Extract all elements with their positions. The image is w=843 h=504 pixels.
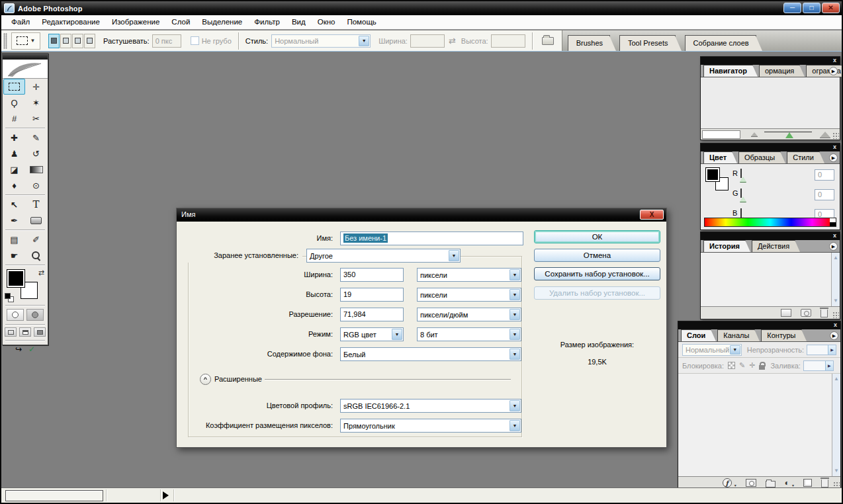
tab-swatches[interactable]: Образцы <box>738 151 781 163</box>
lasso-tool[interactable]: Ϙ <box>3 95 25 110</box>
dialog-close-button[interactable]: X <box>640 210 664 220</box>
color-profile-select[interactable]: sRGB IEC61966-2.1▼ <box>340 399 521 413</box>
new-selection-button[interactable] <box>48 34 60 48</box>
crop-tool[interactable]: # <box>3 110 25 126</box>
brush-tool[interactable]: ✎ <box>25 130 47 146</box>
ok-button[interactable]: ОК <box>534 230 660 243</box>
bit-depth-select[interactable]: 8 бит▼ <box>417 327 521 341</box>
close-icon[interactable]: x <box>833 144 836 150</box>
history-brush-tool[interactable]: ↺ <box>25 146 47 161</box>
delete-layer-button[interactable] <box>821 480 828 487</box>
new-snapshot-button[interactable] <box>801 309 811 317</box>
color-mode-select[interactable]: RGB цвет▼ <box>340 327 404 341</box>
resolution-unit-select[interactable]: пиксели/дюйм▼ <box>417 308 521 321</box>
tab-color[interactable]: Цвет <box>703 151 732 163</box>
menu-view[interactable]: Вид <box>286 15 312 29</box>
tab-info[interactable]: ормация <box>759 65 800 77</box>
red-value-input[interactable]: 0 <box>815 169 834 181</box>
spinner-icon[interactable]: ▶ <box>828 345 836 355</box>
preset-select[interactable]: Другое▼ <box>306 249 461 263</box>
resize-grip[interactable] <box>832 132 839 139</box>
scroll-up-icon[interactable]: ▲ <box>832 375 840 383</box>
lock-transparency-icon[interactable] <box>728 362 735 369</box>
name-input[interactable]: Без имени-1 <box>340 231 523 245</box>
tab-layer-comps[interactable]: Собрание слоев <box>685 35 756 51</box>
tab-tool-presets[interactable]: Tool Presets <box>619 35 676 51</box>
type-tool[interactable]: T <box>25 196 47 212</box>
standard-mode-button[interactable] <box>7 309 24 321</box>
width-unit-select[interactable]: пиксели▼ <box>417 268 521 282</box>
tab-navigator[interactable]: Навигатор <box>703 65 753 77</box>
magic-wand-tool[interactable]: ✶ <box>25 95 47 110</box>
new-document-from-state-button[interactable] <box>781 309 791 317</box>
maximize-button[interactable]: □ <box>803 3 821 13</box>
scrollbar[interactable]: ▲ ▼ <box>832 374 840 476</box>
lock-paint-icon[interactable]: ✎ <box>739 361 745 370</box>
standard-screen-button[interactable] <box>5 327 17 337</box>
panel-menu-icon[interactable]: ▶ <box>829 67 838 75</box>
blend-mode-select[interactable]: Нормальный ▼ <box>682 344 742 356</box>
swap-colors-icon[interactable]: ⇄ <box>38 269 44 277</box>
minimize-button[interactable]: ─ <box>783 3 801 13</box>
layer-style-button[interactable]: ƒ <box>723 478 732 487</box>
tab-styles[interactable]: Стили <box>787 151 820 163</box>
background-contents-select[interactable]: Белый▼ <box>340 347 521 361</box>
height-input[interactable]: 19 <box>340 288 404 302</box>
close-icon[interactable]: x <box>833 57 836 63</box>
foreground-color-swatch[interactable] <box>706 168 719 181</box>
navigator-zoom-slider[interactable] <box>764 130 812 138</box>
zoom-out-icon[interactable] <box>751 132 758 136</box>
lock-position-icon[interactable]: ✛ <box>749 361 755 370</box>
healing-brush-tool[interactable]: ✚ <box>3 130 25 146</box>
blue-slider[interactable] <box>740 209 808 217</box>
shape-tool[interactable] <box>25 212 47 228</box>
spinner-icon[interactable]: ▶ <box>825 361 833 370</box>
menu-edit[interactable]: Редактирование <box>36 15 106 29</box>
green-slider[interactable] <box>740 189 808 197</box>
blur-tool[interactable]: ♦ <box>3 177 25 193</box>
swap-dimensions-icon[interactable]: ⇄ <box>449 36 456 46</box>
zoom-percent-input[interactable] <box>5 490 103 501</box>
current-tool-button[interactable]: ▼ <box>11 32 40 50</box>
zoom-in-icon[interactable] <box>820 132 830 138</box>
tab-history[interactable]: История <box>703 240 746 252</box>
status-arrow-icon[interactable] <box>163 491 169 499</box>
height-input[interactable] <box>491 34 525 48</box>
scroll-down-icon[interactable]: ▼ <box>832 467 840 475</box>
resolution-input[interactable]: 71,984 <box>340 308 404 321</box>
hand-tool[interactable]: ☛ <box>3 247 25 263</box>
menu-select[interactable]: Выделение <box>196 15 248 29</box>
style-select[interactable]: Нормальный ▼ <box>271 34 371 48</box>
zoom-tool[interactable] <box>25 247 47 263</box>
intersect-selection-button[interactable] <box>84 34 95 48</box>
eyedropper-tool[interactable]: ✐ <box>25 231 47 247</box>
red-slider[interactable] <box>740 169 808 177</box>
path-selection-tool[interactable]: ↖ <box>3 196 25 212</box>
clone-stamp-tool[interactable]: ♟ <box>3 146 25 161</box>
dodge-tool[interactable]: ⊙ <box>25 177 47 193</box>
close-icon[interactable]: x <box>834 321 837 328</box>
scrollbar[interactable]: ▲ ▼ <box>831 253 840 306</box>
new-group-button[interactable] <box>766 481 776 487</box>
new-layer-button[interactable] <box>803 479 812 487</box>
lock-all-icon[interactable] <box>759 365 765 370</box>
menu-file[interactable]: Файл <box>5 15 36 29</box>
dialog-title-bar[interactable]: Имя <box>177 208 666 222</box>
antialias-checkbox[interactable] <box>191 36 199 45</box>
color-spectrum-bar[interactable] <box>704 218 836 227</box>
delete-state-button[interactable] <box>821 310 828 317</box>
tab-channels[interactable]: Каналы <box>717 329 755 341</box>
width-input[interactable]: 350 <box>340 268 404 282</box>
panel-menu-icon[interactable]: ▶ <box>830 331 838 340</box>
delete-preset-button[interactable]: Удалить набор установок... <box>534 286 660 300</box>
panel-menu-icon[interactable]: ▶ <box>829 242 838 251</box>
menu-filter[interactable]: Фильтр <box>248 15 286 29</box>
advanced-collapse-button[interactable]: ^ <box>200 374 211 385</box>
scroll-down-icon[interactable]: ▼ <box>832 297 840 305</box>
eraser-tool[interactable]: ◪ <box>3 161 25 177</box>
feather-input[interactable]: 0 пкс <box>152 34 181 48</box>
gradient-tool[interactable] <box>25 161 47 177</box>
fullscreen-menubar-button[interactable] <box>19 327 31 337</box>
pen-tool[interactable]: ✒ <box>3 212 25 228</box>
menu-window[interactable]: Окно <box>312 15 341 29</box>
